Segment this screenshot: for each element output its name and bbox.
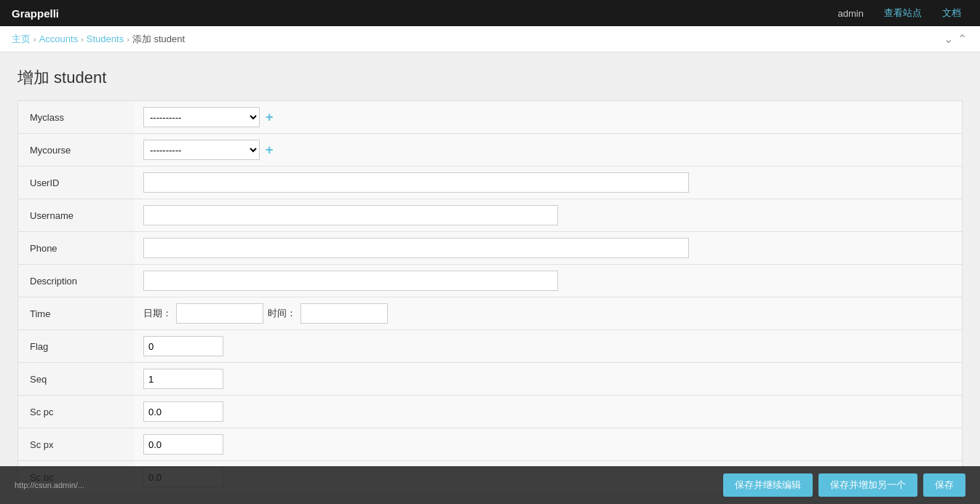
collapse-icon[interactable]: ⌄ <box>942 32 955 46</box>
description-input[interactable] <box>143 271 558 291</box>
view-site-link[interactable]: 查看站点 <box>877 4 929 23</box>
label-time: Time <box>18 301 135 327</box>
save-button[interactable]: 保存 <box>923 473 965 497</box>
userid-input[interactable] <box>143 172 689 193</box>
form-row-sc-px: Sc px <box>18 428 962 461</box>
save-add-another-button[interactable]: 保存并增加另一个 <box>818 473 917 497</box>
label-username: Username <box>18 203 135 228</box>
label-description: Description <box>18 268 135 294</box>
breadcrumb-sep-2: › <box>81 35 84 44</box>
label-phone: Phone <box>18 236 135 261</box>
navbar-right: admin 查看站点 文档 <box>831 4 968 23</box>
label-flag: Flag <box>18 334 135 359</box>
breadcrumb-bar: 主页 › Accounts › Students › 添加 student ⌄ … <box>0 26 980 52</box>
url-hint: http://csun.admin/... <box>15 481 717 489</box>
form-row-username: Username <box>18 199 962 232</box>
top-navbar: Grappelli admin 查看站点 文档 <box>0 0 980 26</box>
field-phone <box>135 232 962 264</box>
form-row-flag: Flag <box>18 330 962 363</box>
form-row-myclass: Myclass ---------- + <box>18 101 962 134</box>
breadcrumb-sep-3: › <box>127 35 130 44</box>
label-myclass: Myclass <box>18 105 135 130</box>
time-label-text: 时间： <box>268 307 296 320</box>
label-seq: Seq <box>18 367 135 392</box>
form-row-userid: UserID <box>18 167 962 199</box>
datetime-group: 日期： 时间： <box>143 303 388 324</box>
username-input[interactable] <box>143 205 558 225</box>
form-row-mycourse: Mycourse ---------- + <box>18 134 962 167</box>
field-mycourse: ---------- + <box>135 134 962 166</box>
form-row-phone: Phone <box>18 232 962 265</box>
field-username <box>135 199 962 231</box>
field-sc-pc <box>135 396 962 428</box>
form-row-description: Description <box>18 265 962 297</box>
expand-icon[interactable]: ⌃ <box>956 32 968 46</box>
current-user: admin <box>831 5 871 22</box>
field-userid <box>135 167 962 199</box>
phone-input[interactable] <box>143 238 689 258</box>
sc-pc-input[interactable] <box>143 401 223 422</box>
field-flag <box>135 330 962 362</box>
field-myclass: ---------- + <box>135 101 962 133</box>
main-content: 增加 student Myclass ---------- + Mycourse… <box>0 52 980 504</box>
form-row-seq: Seq <box>18 363 962 396</box>
label-sc-pc: Sc pc <box>18 399 135 425</box>
breadcrumb-students[interactable]: Students <box>87 33 124 44</box>
seq-input[interactable] <box>143 369 223 389</box>
flag-input[interactable] <box>143 336 223 356</box>
breadcrumb: 主页 › Accounts › Students › 添加 student <box>12 33 185 46</box>
breadcrumb-controls: ⌄ ⌃ <box>942 32 968 46</box>
field-seq <box>135 363 962 395</box>
save-continue-button[interactable]: 保存并继续编辑 <box>723 473 813 497</box>
time-input[interactable] <box>300 303 388 324</box>
breadcrumb-sep-1: › <box>33 35 36 44</box>
field-time: 日期： 时间： <box>135 297 962 329</box>
field-sc-px <box>135 428 962 460</box>
myclass-select[interactable]: ---------- <box>143 107 260 127</box>
breadcrumb-current: 添加 student <box>132 33 185 46</box>
breadcrumb-accounts[interactable]: Accounts <box>39 33 78 44</box>
footer-action-bar: http://csun.admin/... 保存并继续编辑 保存并增加另一个 保… <box>0 466 980 504</box>
date-label-text: 日期： <box>143 307 172 320</box>
form-row-sc-pc: Sc pc <box>18 396 962 428</box>
date-input[interactable] <box>176 303 263 324</box>
form-row-time: Time 日期： 时间： <box>18 297 962 330</box>
sc-px-input[interactable] <box>143 434 223 455</box>
docs-link[interactable]: 文档 <box>935 4 968 23</box>
mycourse-add-button[interactable]: + <box>266 143 274 156</box>
brand-logo: Grappelli <box>12 7 831 20</box>
label-sc-px: Sc px <box>18 432 135 457</box>
label-mycourse: Mycourse <box>18 137 135 163</box>
page-title: 增加 student <box>17 67 963 89</box>
field-description <box>135 265 962 297</box>
add-student-form: Myclass ---------- + Mycourse ----------… <box>17 100 963 494</box>
myclass-add-button[interactable]: + <box>266 111 274 124</box>
mycourse-select[interactable]: ---------- <box>143 140 260 160</box>
label-userid: UserID <box>18 170 135 196</box>
breadcrumb-home[interactable]: 主页 <box>12 33 31 46</box>
